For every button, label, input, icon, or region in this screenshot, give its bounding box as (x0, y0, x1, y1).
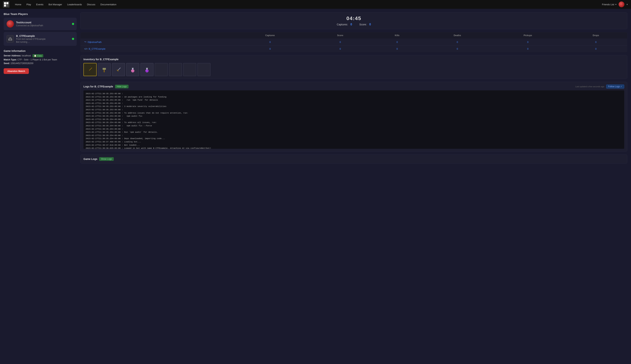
match-type-value: CTF - Solo - 1 Player & 1 Bot per Team (17, 58, 57, 61)
player-link-dijkstraspath[interactable]: DijkstrasPath (88, 41, 102, 44)
score-dijkstraspath: 0 (310, 38, 371, 46)
kills-bctfexample: 0 (371, 46, 424, 52)
kills-dijkstraspath: 0 (371, 38, 424, 46)
nav-play[interactable]: Play (24, 0, 34, 9)
col-captures: Captures (230, 32, 310, 39)
player-cell-bctfexample: </> B_CTFExample (80, 46, 230, 52)
abandon-match-button[interactable]: Abandon Match (4, 68, 29, 74)
inventory-slots (84, 63, 624, 76)
seed-row: Seed: 159144527265528200 (4, 62, 77, 64)
player-card-testaccount: TestAccount Connected as DijkstrasPath (4, 18, 77, 30)
game-logs-header: Game Logs Show Logs (84, 157, 624, 161)
inv-slot-3[interactable] (126, 63, 139, 76)
logs-header-left: Logs for B_CTFExample Hide Logs (84, 85, 128, 88)
nav-bot-manager[interactable]: Bot Manager (46, 0, 65, 9)
deaths-dijkstraspath: 0 (424, 38, 491, 46)
timer-value: 04:45 (84, 16, 624, 21)
hide-logs-button[interactable]: Hide Logs (115, 85, 128, 88)
inv-slot-1[interactable] (98, 63, 111, 76)
nav-leaderboards[interactable]: Leaderboards (65, 0, 84, 9)
navbar: Home Play Events Bot Manager Leaderboard… (0, 0, 631, 9)
col-deaths: Deaths (424, 32, 491, 39)
captures-bctfexample: 0 (230, 46, 310, 52)
captures-stat: Captures: 0 (337, 23, 352, 26)
nav-right: Friends List ▼ ▼ (602, 2, 628, 7)
svg-rect-7 (102, 68, 106, 70)
svg-rect-2 (4, 4, 6, 6)
player-info-testaccount: TestAccount Connected as DijkstrasPath (16, 21, 74, 27)
score-stat: Score: 0 (359, 23, 371, 26)
logs-header: Logs for B_CTFExample Hide Logs Last upd… (84, 84, 624, 88)
copy-button[interactable]: 📋 Copy (32, 54, 43, 57)
col-player (80, 32, 230, 39)
friends-list-button[interactable]: Friends List ▼ (602, 3, 617, 6)
online-indicator-bot (72, 38, 74, 40)
wifi-icon: 〜 (84, 40, 86, 44)
score-label: Score: (359, 23, 366, 26)
player-name-bot: B_CTFExample (16, 34, 74, 38)
pickups-bctfexample: 0 (491, 46, 564, 52)
nav-links: Home Play Events Bot Manager Leaderboard… (12, 0, 602, 9)
inv-slot-0[interactable] (84, 63, 96, 76)
table-row-bctfexample: </> B_CTFExample 0 0 0 0 0 0 (80, 46, 627, 52)
player-info-bot: B_CTFExample From bot named CTFExample B… (16, 34, 74, 43)
blue-team-title: Blue Team Players (4, 12, 77, 16)
match-type-row: Match Type: CTF - Solo - 1 Player & 1 Bo… (4, 58, 77, 61)
match-type-label: Match Type: (4, 58, 17, 61)
captures-value: 0 (350, 23, 352, 26)
online-indicator-testaccount (72, 23, 74, 25)
inv-slot-5[interactable] (155, 63, 168, 76)
inv-slot-4[interactable] (140, 63, 154, 76)
drops-bctfexample: 0 (564, 46, 627, 52)
player-sub-testaccount: Connected as DijkstrasPath (16, 24, 74, 27)
main-layout: Blue Team Players TestAccount Connected … (0, 9, 631, 167)
captures-dijkstraspath: 0 (230, 38, 310, 46)
inv-slot-6[interactable] (169, 63, 182, 76)
svg-point-17 (146, 70, 146, 71)
inv-slot-8[interactable] (197, 63, 210, 76)
player-link-bctfexample[interactable]: B_CTFExample (89, 48, 106, 50)
timer-stats: Captures: 0 Score: 0 (84, 23, 624, 26)
player-avatar-testaccount (6, 20, 14, 28)
inv-slot-7[interactable] (183, 63, 196, 76)
right-panel: 04:45 Captures: 0 Score: 0 Captures Scor… (80, 12, 627, 164)
player-card-bot: B_CTFExample From bot named CTFExample B… (4, 32, 77, 46)
svg-rect-4 (89, 68, 92, 71)
timer-box: 04:45 Captures: 0 Score: 0 (80, 12, 627, 29)
player-cell-dijkstraspath: 〜 DijkstrasPath (80, 38, 230, 46)
game-logs-section: Game Logs Show Logs (80, 154, 627, 164)
server-address-row: Server Address: localhost 📋 Copy (4, 54, 77, 57)
svg-point-13 (132, 70, 132, 71)
show-logs-button[interactable]: Show Logs (99, 157, 114, 161)
svg-rect-1 (6, 2, 8, 4)
player-name-testaccount: TestAccount (16, 21, 74, 24)
col-score: Score (310, 32, 371, 39)
svg-rect-3 (6, 4, 8, 6)
inventory-section: Inventory for B_CTFExample (80, 55, 627, 79)
game-info-title: Game Information (4, 50, 77, 52)
bot-logs-section: Logs for B_CTFExample Hide Logs Last upd… (80, 82, 627, 152)
drops-dijkstraspath: 0 (564, 38, 627, 46)
nav-home[interactable]: Home (12, 0, 24, 9)
player-avatar-bot (6, 35, 14, 42)
friends-list-label: Friends List (602, 3, 614, 6)
captures-label: Captures: (337, 23, 348, 26)
deaths-bctfexample: 0 (424, 46, 491, 52)
logs-header-right: Last updated a few seconds ago Follow Lo… (575, 84, 624, 88)
nav-events[interactable]: Events (34, 0, 46, 9)
col-kills: Kills (371, 32, 424, 39)
inv-slot-2[interactable] (112, 63, 125, 76)
chevron-down-icon: ▼ (615, 4, 617, 6)
pickups-dijkstraspath: 0 (491, 38, 564, 46)
score-value: 0 (369, 23, 371, 26)
seed-label: Seed: (4, 62, 10, 64)
logs-title: Logs for B_CTFExample (84, 85, 113, 88)
table-row-dijkstraspath: 〜 DijkstrasPath 0 0 0 0 0 0 (80, 38, 627, 46)
nav-discuss[interactable]: Discuss (84, 0, 98, 9)
avatar[interactable] (618, 2, 624, 7)
player-sub2-bot: Bot running ... (16, 41, 74, 43)
nav-documentation[interactable]: Documentation (98, 0, 119, 9)
col-drops: Drops (564, 32, 627, 39)
col-pickups: Pickups (491, 32, 564, 39)
follow-logs-button[interactable]: Follow Logs ✓ (606, 84, 624, 88)
